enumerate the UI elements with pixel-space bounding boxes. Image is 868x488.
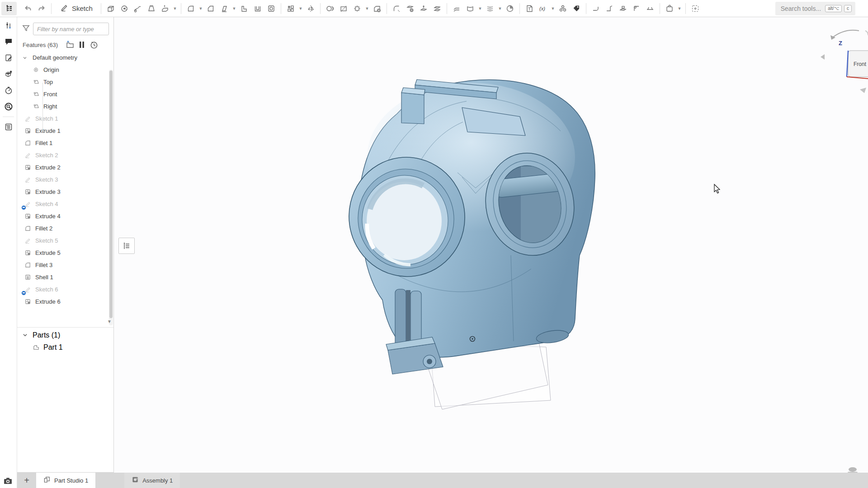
sheet-metal-model-tool-icon[interactable]: [589, 2, 603, 15]
hole-tool-icon[interactable]: [264, 2, 278, 15]
top-toolbar: Sketch ▼▼▼▼▼▼▼(x)▼▼ Search tools... alt/…: [0, 0, 868, 17]
sheet-metal-flange-tool-icon[interactable]: [603, 2, 616, 15]
feature-item[interactable]: Sketch 3: [17, 174, 113, 186]
loft-tool-icon[interactable]: [145, 2, 158, 15]
split-tool-icon[interactable]: [337, 2, 350, 15]
feature-item[interactable]: Sketch 2: [17, 149, 113, 161]
extrude-tool-icon[interactable]: [104, 2, 118, 15]
add-tab-button[interactable]: +: [17, 473, 36, 488]
fill-surface-tool-dropdown-icon[interactable]: ▼: [477, 2, 483, 15]
feature-item[interactable]: Sketch 4: [17, 198, 113, 210]
sketch-button[interactable]: Sketch: [54, 2, 98, 15]
fillet-tool-icon[interactable]: [184, 2, 198, 15]
part-item[interactable]: Part 1: [17, 341, 113, 353]
tag-tool-icon[interactable]: [570, 2, 583, 15]
fill-surface-tool-icon[interactable]: [463, 2, 477, 15]
sheet-metal-tab-tool-icon[interactable]: [616, 2, 630, 15]
isolate-tool-icon[interactable]: [689, 2, 702, 15]
mirror-tool-icon[interactable]: [304, 2, 317, 15]
draft-tool-dropdown-icon[interactable]: ▼: [231, 2, 237, 15]
linear-pattern-tool-icon[interactable]: [284, 2, 297, 15]
feature-item[interactable]: Sketch 5: [17, 235, 113, 247]
sheet-metal-flat-tool-icon[interactable]: [643, 2, 657, 15]
feature-item[interactable]: Extrude 4: [17, 210, 113, 222]
feature-item[interactable]: Extrude 6: [17, 296, 113, 308]
chamfer-tool-icon[interactable]: [204, 2, 217, 15]
feature-item[interactable]: Fillet 3: [17, 259, 113, 271]
delete-face-tool-icon[interactable]: [403, 2, 417, 15]
transform-tool-icon[interactable]: [350, 2, 364, 15]
feature-item[interactable]: Origin: [17, 64, 113, 76]
tree-scrollbar[interactable]: [109, 70, 113, 325]
feature-item[interactable]: Shell 1: [17, 271, 113, 283]
revolve-tool-icon[interactable]: [118, 2, 131, 15]
linear-pattern-tool-dropdown-icon[interactable]: ▼: [297, 2, 304, 15]
search-tools-input[interactable]: Search tools... alt/⌥ c: [775, 2, 855, 15]
feature-item[interactable]: Top: [17, 76, 113, 88]
part-body[interactable]: [341, 80, 595, 374]
document-edit-icon[interactable]: [0, 50, 17, 66]
feature-item[interactable]: Sketch 6: [17, 283, 113, 296]
pause-icon[interactable]: [76, 40, 88, 50]
search-badge-icon[interactable]: [0, 99, 17, 115]
tree-section-header[interactable]: Default geometry: [17, 52, 113, 64]
feature-item[interactable]: Sketch 1: [17, 113, 113, 125]
replace-face-tool-icon[interactable]: [430, 2, 444, 15]
tab-part-studio[interactable]: Part Studio 1: [36, 473, 95, 488]
text-tool-icon[interactable]: [523, 2, 536, 15]
graphics-viewport[interactable]: Front Z: [114, 17, 868, 473]
custom-feature-tool-dropdown-icon[interactable]: ▼: [676, 2, 683, 15]
thicken-tool-dropdown-icon[interactable]: ▼: [172, 2, 178, 15]
new-folder-icon[interactable]: [64, 40, 76, 50]
rollback-icon[interactable]: [88, 40, 99, 50]
variable-tool-icon[interactable]: (x): [536, 2, 550, 15]
feature-item[interactable]: Right: [17, 100, 113, 113]
offset-surface-tool-icon[interactable]: [450, 2, 463, 15]
list-panel-icon[interactable]: [0, 119, 17, 135]
thicken-tool-icon[interactable]: [158, 2, 172, 15]
mate-connector-tool-icon[interactable]: [556, 2, 570, 15]
redo-button[interactable]: [35, 2, 48, 15]
sheet-metal-corner-tool-icon[interactable]: [630, 2, 643, 15]
feature-item[interactable]: Front: [17, 88, 113, 100]
feature-item[interactable]: Fillet 1: [17, 137, 113, 149]
view-cube-front-label[interactable]: Front: [854, 61, 867, 67]
configurations-icon[interactable]: [0, 17, 17, 33]
sweep-tool-icon[interactable]: [131, 2, 145, 15]
draft-tool-icon[interactable]: [217, 2, 231, 15]
delete-part-tool-icon[interactable]: [370, 2, 384, 15]
feature-list-toggle-button[interactable]: [1, 2, 17, 15]
view-orientation-icon[interactable]: [848, 467, 858, 473]
feature-item[interactable]: Extrude 2: [17, 161, 113, 174]
camera-icon[interactable]: [0, 475, 17, 487]
undo-button[interactable]: [21, 2, 35, 15]
panel-handle-button[interactable]: [118, 238, 135, 254]
comments-icon[interactable]: [0, 33, 17, 50]
rib-tool-icon[interactable]: [237, 2, 251, 15]
move-face-tool-icon[interactable]: [417, 2, 430, 15]
performance-icon[interactable]: [0, 82, 17, 99]
modify-fillet-tool-icon[interactable]: [390, 2, 403, 15]
feature-item[interactable]: Fillet 2: [17, 222, 113, 235]
ruled-surface-tool-icon[interactable]: [483, 2, 497, 15]
box-pin-icon[interactable]: [0, 66, 17, 82]
plane-icon: [32, 78, 40, 86]
boolean-tool-icon[interactable]: [323, 2, 337, 15]
tab-assembly[interactable]: Assembly 1: [124, 473, 180, 488]
feature-item[interactable]: Extrude 1: [17, 125, 113, 137]
feature-label: Fillet 1: [35, 140, 52, 146]
fillet-tool-dropdown-icon[interactable]: ▼: [198, 2, 204, 15]
custom-feature-tool-icon[interactable]: [663, 2, 676, 15]
filter-input[interactable]: [33, 23, 109, 35]
parts-section-header[interactable]: Parts (1): [17, 329, 113, 341]
feature-item[interactable]: Extrude 3: [17, 186, 113, 198]
ruled-surface-tool-dropdown-icon[interactable]: ▼: [497, 2, 503, 15]
tree-scroll-down-icon[interactable]: ▼: [107, 319, 112, 324]
view-cube[interactable]: Front Z: [821, 30, 868, 93]
filter-icon[interactable]: [22, 24, 30, 34]
helix-tool-icon[interactable]: [503, 2, 517, 15]
variable-tool-dropdown-icon[interactable]: ▼: [550, 2, 556, 15]
feature-item[interactable]: Extrude 5: [17, 247, 113, 259]
shell-tool-icon[interactable]: [251, 2, 264, 15]
transform-tool-dropdown-icon[interactable]: ▼: [364, 2, 370, 15]
